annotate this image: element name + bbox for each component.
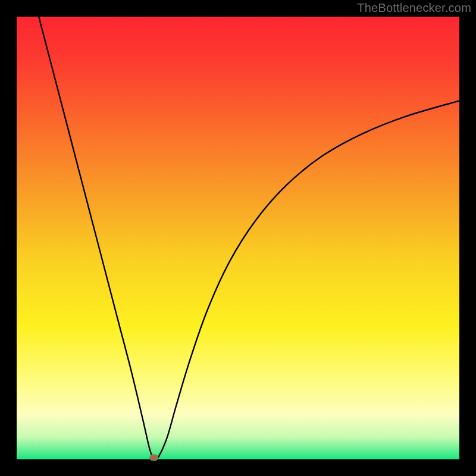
minimum-marker xyxy=(150,455,158,461)
watermark-text: TheBottlenecker.com xyxy=(357,1,471,15)
chart-container: TheBottlenecker.com xyxy=(0,0,476,476)
bottleneck-chart xyxy=(0,0,476,476)
plot-area xyxy=(17,17,459,459)
